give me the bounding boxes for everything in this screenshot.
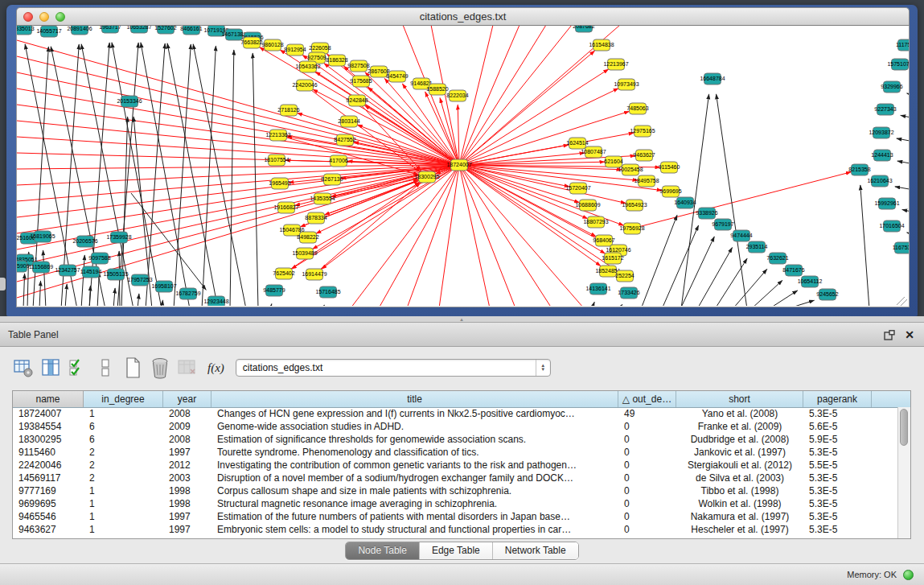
table-cell: Embryonic stem cells: a model to study s… — [211, 523, 618, 536]
graph-node-label: 16958107 — [151, 283, 176, 289]
table-cell: 5.5E-5 — [803, 459, 872, 472]
table-cell: 2009 — [163, 420, 211, 433]
table-cell: Estimation of significance thresholds fo… — [211, 433, 618, 446]
graph-node-label: 2935114 — [746, 244, 768, 249]
table-row[interactable]: 946362711997Embryonic stem cells: a mode… — [13, 523, 898, 536]
graph-node-label: 15039489 — [292, 250, 317, 256]
column-header-pagerank[interactable]: pagerank — [803, 391, 872, 407]
column-header-in_degree[interactable]: in_degree — [84, 391, 163, 407]
graph-node-label: 16120746 — [606, 247, 630, 253]
graph-node-label: 2718126 — [277, 107, 299, 113]
table-row[interactable]: 1456911722003Disruption of a novel membe… — [13, 472, 898, 484]
table-cell: 9463627 — [13, 523, 84, 536]
column-header-year[interactable]: year — [163, 391, 211, 407]
table-cell: Nakamura et al. (1997) — [676, 510, 803, 523]
select-visible-columns-button[interactable] — [66, 356, 90, 379]
graph-node-label: 10807487 — [581, 149, 606, 154]
table-row[interactable]: 977716911998Corpus callosum shape and si… — [13, 484, 898, 497]
network-canvas[interactable]: 1835013140557172089140619637171065328715… — [16, 26, 910, 307]
graph-edge — [618, 304, 622, 306]
graph-node-label: 9474444 — [730, 233, 752, 238]
table-cell: 0 — [618, 433, 676, 446]
table-scrollbar[interactable] — [897, 407, 910, 538]
graph-node-label: 10025458 — [618, 167, 643, 172]
tab-edge-table[interactable]: Edge Table — [420, 542, 493, 559]
graph-node-label: 1615172 — [602, 255, 623, 261]
table-selector[interactable]: citations_edges.txt ▲▼ — [236, 359, 551, 377]
memory-status-indicator — [903, 570, 914, 580]
table-cell: 1997 — [163, 446, 211, 459]
graph-edge — [39, 281, 41, 306]
network-window-titlebar[interactable]: citations_edges.txt — [16, 7, 910, 26]
table-row[interactable]: 969969511998Structural magnetic resonanc… — [13, 497, 898, 510]
graph-node-label: 16914479 — [302, 271, 326, 277]
table-cell: Franke et al. (2009) — [676, 420, 803, 433]
graph-node-label: 1117536 — [896, 42, 909, 47]
graph-node-label: 15720407 — [565, 185, 590, 191]
table-cell: 2 — [84, 446, 163, 459]
table-cell: 1 — [84, 497, 163, 510]
create-column-button[interactable] — [11, 356, 35, 379]
panel-collapse-handle[interactable] — [0, 278, 6, 290]
status-bar: Memory: OK — [0, 563, 924, 585]
graph-node-label: 7632621 — [766, 255, 788, 261]
graph-edge — [895, 187, 909, 191]
create-table-button[interactable] — [121, 356, 145, 379]
graph-edge — [81, 255, 84, 306]
table-row[interactable]: 2242004622012Investigating the contribut… — [13, 459, 898, 472]
graph-node-label: 16210643 — [867, 178, 892, 183]
table-cell: 9115460 — [13, 446, 84, 459]
graph-edge — [322, 305, 324, 306]
table-row[interactable]: 946554611997Estimation of the future num… — [13, 510, 898, 523]
graph-node-label: 9227343 — [874, 106, 896, 112]
graph-node-label: 16782759 — [175, 290, 200, 296]
table-tabs: Node TableEdge TableNetwork Table — [0, 542, 924, 560]
show-columns-button[interactable] — [39, 356, 63, 379]
table-cell: 22420046 — [13, 459, 84, 472]
graph-node-label: 927509 — [307, 55, 326, 60]
delete-table-button[interactable] — [148, 356, 172, 379]
tab-network-table[interactable]: Network Table — [493, 542, 578, 559]
import-table-button[interactable] — [175, 356, 199, 379]
graph-node-label: 15992961 — [874, 200, 899, 206]
graph-node-label: 9827508 — [347, 63, 369, 68]
graph-node-label: 1963717 — [99, 26, 121, 30]
scrollbar-thumb[interactable] — [900, 409, 908, 446]
tab-node-table[interactable]: Node Table — [346, 542, 420, 559]
graph-node-label: 12213363 — [265, 132, 290, 138]
table-row[interactable]: 911546021997Tourette syndrome. Phenomeno… — [13, 446, 898, 459]
graph-edge — [17, 105, 459, 165]
network-view-window: citations_edges.txt 18350131405571720891… — [6, 5, 918, 316]
graph-node-label: 2803144 — [338, 118, 359, 124]
graph-edge — [270, 304, 272, 306]
close-panel-button[interactable]: ✕ — [905, 328, 914, 341]
graph-node-label: 20206576 — [72, 238, 97, 244]
table-row[interactable]: 1872400712008Changes of HCN gene express… — [13, 407, 898, 420]
table-row[interactable]: 1938455462009Genome-wide association stu… — [13, 420, 898, 433]
table-gear-icon — [13, 357, 34, 378]
graph-edge — [458, 105, 459, 165]
graph-node-label: 18807293 — [583, 219, 608, 225]
graph-edge — [901, 115, 909, 119]
column-header-out_de[interactable]: △ out_de… — [618, 391, 676, 407]
window-resize-grip[interactable] — [897, 297, 907, 306]
graph-edge — [786, 300, 814, 306]
column-header-name[interactable]: name — [13, 391, 84, 407]
float-panel-button[interactable] — [884, 330, 895, 340]
row-height-button[interactable] — [93, 356, 117, 379]
table-cell: Genome-wide association studies in ADHD. — [211, 420, 618, 433]
splitter-handle-icon: ▴ — [458, 317, 465, 321]
graph-node-label: 22420046 — [292, 82, 317, 88]
table-cell: Dudbridge et al. (2008) — [676, 433, 803, 446]
table-cell: Stergiakouli et al. (2012) — [676, 459, 803, 472]
table-row[interactable]: 1830029562008Estimation of significance … — [13, 433, 898, 446]
combo-stepper-icon: ▲▼ — [536, 360, 550, 376]
graph-edge — [17, 40, 459, 165]
column-header-short[interactable]: short — [676, 391, 803, 407]
table-panel-title: Table Panel — [8, 323, 59, 347]
column-header-title[interactable]: title — [211, 391, 618, 407]
table-cell: 14569117 — [13, 472, 84, 484]
panel-splitter[interactable]: ▴ — [0, 316, 924, 322]
table-cell: Hescheler et al. (1997) — [676, 523, 803, 536]
function-builder-button[interactable]: f(x) — [207, 361, 224, 375]
